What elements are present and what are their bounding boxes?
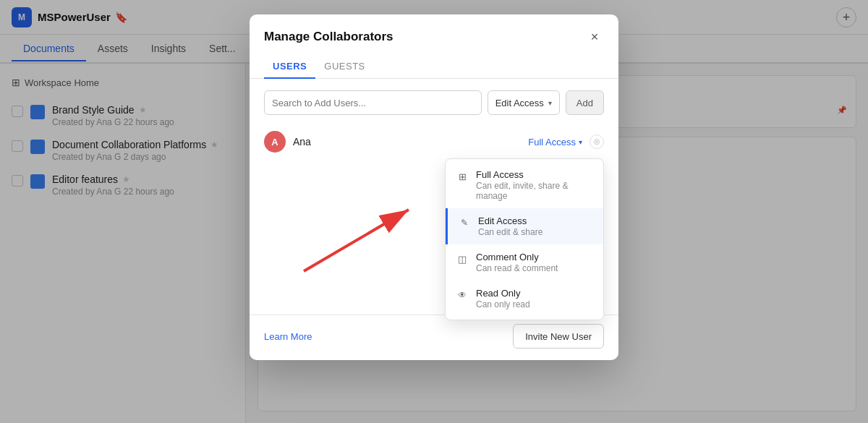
- manage-collaborators-modal: Manage Collaborators × USERS GUESTS Edit…: [250, 14, 618, 360]
- user-avatar: A: [264, 131, 286, 153]
- access-menu-item-text: Read Only Can only read: [476, 288, 593, 309]
- modal-header: Manage Collaborators ×: [250, 14, 618, 46]
- modal-body: Edit Access ▾ Add A Ana Full Access ▾ ⊗ …: [250, 79, 618, 170]
- readonly-access-icon: 👁: [456, 289, 469, 302]
- access-menu-item-edit[interactable]: ✎ Edit Access Can edit & share: [446, 208, 603, 244]
- search-input[interactable]: [264, 90, 482, 115]
- user-section: A Ana Full Access ▾ ⊗ ⊞ Full Access Can …: [264, 125, 604, 158]
- access-menu-item-text: Edit Access Can edit & share: [478, 215, 593, 237]
- access-menu: ⊞ Full Access Can edit, invite, share & …: [445, 158, 604, 320]
- access-menu-item-desc: Can read & comment: [476, 263, 593, 273]
- access-dropdown[interactable]: Edit Access ▾: [488, 90, 560, 115]
- chevron-down-icon: ▾: [548, 99, 552, 107]
- access-menu-item-text: Full Access Can edit, invite, share & ma…: [476, 169, 593, 201]
- edit-access-icon: ✎: [458, 216, 471, 229]
- learn-more-link[interactable]: Learn More: [264, 331, 312, 342]
- access-menu-item-full[interactable]: ⊞ Full Access Can edit, invite, share & …: [446, 162, 603, 208]
- access-menu-item-desc: Can edit, invite, share & manage: [476, 181, 593, 201]
- user-name: Ana: [293, 136, 521, 148]
- access-menu-item-text: Comment Only Can read & comment: [476, 252, 593, 273]
- access-menu-item-desc: Can edit & share: [478, 227, 593, 237]
- user-row: A Ana Full Access ▾ ⊗: [264, 125, 604, 158]
- access-menu-item-title: Edit Access: [478, 215, 593, 226]
- comment-access-icon: ◫: [456, 252, 469, 265]
- full-access-dropdown[interactable]: Full Access ▾: [528, 137, 582, 148]
- search-access-row: Edit Access ▾ Add: [264, 90, 604, 115]
- access-menu-item-comment[interactable]: ◫ Comment Only Can read & comment: [446, 244, 603, 281]
- tab-guests[interactable]: GUESTS: [315, 55, 373, 79]
- invite-new-user-button[interactable]: Invite New User: [513, 324, 604, 349]
- chevron-down-icon: ▾: [579, 138, 582, 146]
- add-user-button[interactable]: Add: [566, 90, 604, 115]
- full-access-icon: ⊞: [456, 170, 469, 183]
- tab-users[interactable]: USERS: [264, 55, 315, 79]
- access-dropdown-label: Edit Access: [495, 98, 544, 108]
- modal-footer: Learn More Invite New User: [250, 315, 618, 360]
- access-menu-item-title: Read Only: [476, 288, 593, 299]
- full-access-label: Full Access: [528, 137, 576, 148]
- remove-user-button[interactable]: ⊗: [590, 134, 604, 149]
- modal-tabs: USERS GUESTS: [250, 46, 618, 79]
- access-menu-item-title: Comment Only: [476, 252, 593, 262]
- access-menu-item-desc: Can only read: [476, 299, 593, 309]
- access-menu-item-title: Full Access: [476, 169, 593, 180]
- modal-close-button[interactable]: ×: [585, 27, 604, 46]
- modal-title: Manage Collaborators: [264, 30, 393, 44]
- access-menu-item-readonly[interactable]: 👁 Read Only Can only read: [446, 281, 603, 317]
